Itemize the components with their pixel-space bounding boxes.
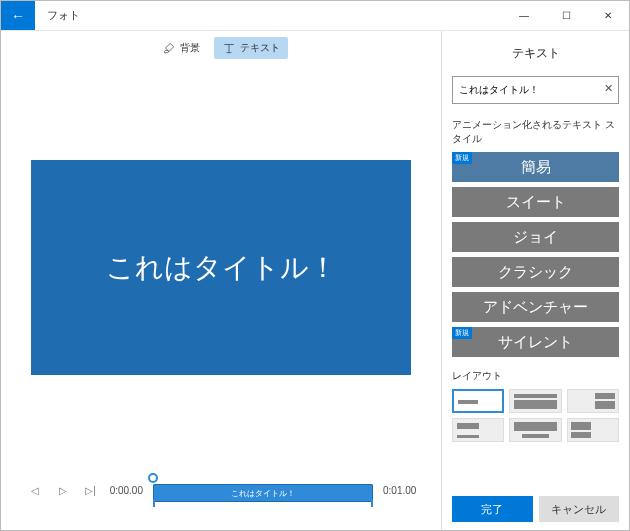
tab-background-label: 背景 — [180, 41, 200, 55]
new-badge: 新規 — [452, 152, 472, 164]
style-label: クラシック — [498, 263, 573, 282]
layout-option-3[interactable] — [567, 389, 619, 413]
start-time: 0:00.00 — [110, 485, 143, 496]
playhead-handle[interactable] — [148, 473, 158, 483]
paint-icon — [162, 41, 176, 55]
title-input[interactable] — [452, 76, 619, 104]
layout-option-6[interactable] — [567, 418, 619, 442]
style-label: スイート — [506, 193, 566, 212]
timeline-trim-end[interactable] — [371, 499, 373, 507]
titlebar: ← フォト ― ☐ ✕ — [1, 1, 629, 31]
toolbar: 背景 テキスト — [1, 31, 441, 65]
maximize-button[interactable]: ☐ — [545, 1, 587, 30]
style-label: ジョイ — [513, 228, 558, 247]
style-option-simple[interactable]: 新規 簡易 — [452, 152, 619, 182]
arrow-left-icon: ← — [11, 8, 25, 24]
done-label: 完了 — [481, 502, 503, 517]
app-window: ← フォト ― ☐ ✕ 背景 テキスト これはタイトル！ — [0, 0, 630, 531]
style-option-silent[interactable]: 新規 サイレント — [452, 327, 619, 357]
styles-list: 新規 簡易 スイート ジョイ クラシック アドベンチャー 新規 サイレント — [452, 152, 619, 357]
canvas-wrap: これはタイトル！ — [1, 65, 441, 460]
end-time: 0:01.00 — [383, 485, 416, 496]
cancel-button[interactable]: キャンセル — [539, 496, 620, 522]
step-forward-icon: ▷| — [85, 485, 96, 496]
layout-option-2[interactable] — [509, 389, 561, 413]
close-icon: ✕ — [604, 10, 612, 21]
style-option-sweet[interactable]: スイート — [452, 187, 619, 217]
style-option-adventure[interactable]: アドベンチャー — [452, 292, 619, 322]
styles-section-label: アニメーション化されるテキスト スタイル — [452, 118, 619, 146]
timeline-clip-label: これはタイトル！ — [231, 488, 295, 499]
done-button[interactable]: 完了 — [452, 496, 533, 522]
text-icon — [222, 41, 236, 55]
style-label: アドベンチャー — [483, 298, 588, 317]
timeline-clip[interactable]: これはタイトル！ — [153, 484, 373, 502]
prev-frame-button[interactable]: ◁ — [26, 481, 44, 499]
title-input-row: ✕ — [452, 76, 619, 104]
tab-background[interactable]: 背景 — [154, 37, 208, 59]
timeline[interactable]: これはタイトル！ — [153, 473, 373, 507]
close-button[interactable]: ✕ — [587, 1, 629, 30]
style-label: 簡易 — [521, 158, 551, 177]
side-panel: テキスト ✕ アニメーション化されるテキスト スタイル 新規 簡易 スイート ジ… — [441, 31, 629, 530]
step-back-icon: ◁ — [31, 485, 39, 496]
new-badge: 新規 — [452, 327, 472, 339]
minimize-button[interactable]: ― — [503, 1, 545, 30]
layout-option-4[interactable] — [452, 418, 504, 442]
body: 背景 テキスト これはタイトル！ ◁ ▷ ▷| 0:00.00 — [1, 31, 629, 530]
side-panel-title: テキスト — [452, 39, 619, 76]
layout-option-5[interactable] — [509, 418, 561, 442]
clear-input-button[interactable]: ✕ — [604, 82, 613, 95]
preview-canvas[interactable]: これはタイトル！ — [31, 160, 411, 375]
main-panel: 背景 テキスト これはタイトル！ ◁ ▷ ▷| 0:00.00 — [1, 31, 441, 530]
next-frame-button[interactable]: ▷| — [82, 481, 100, 499]
footer-buttons: 完了 キャンセル — [452, 496, 619, 522]
tab-text[interactable]: テキスト — [214, 37, 288, 59]
playback-controls: ◁ ▷ ▷| 0:00.00 これはタイトル！ 0:01.00 — [1, 460, 441, 530]
play-icon: ▷ — [59, 485, 67, 496]
style-label: サイレント — [498, 333, 573, 352]
back-button[interactable]: ← — [1, 1, 35, 30]
play-button[interactable]: ▷ — [54, 481, 72, 499]
layout-section-label: レイアウト — [452, 369, 619, 383]
minimize-icon: ― — [519, 10, 529, 21]
x-icon: ✕ — [604, 82, 613, 94]
cancel-label: キャンセル — [551, 502, 606, 517]
tab-text-label: テキスト — [240, 41, 280, 55]
canvas-title-text: これはタイトル！ — [106, 249, 337, 287]
layout-option-1[interactable] — [452, 389, 504, 413]
app-title: フォト — [35, 1, 92, 30]
style-option-joy[interactable]: ジョイ — [452, 222, 619, 252]
timeline-trim-start[interactable] — [153, 499, 155, 507]
style-option-classic[interactable]: クラシック — [452, 257, 619, 287]
layout-grid — [452, 389, 619, 442]
maximize-icon: ☐ — [562, 10, 571, 21]
